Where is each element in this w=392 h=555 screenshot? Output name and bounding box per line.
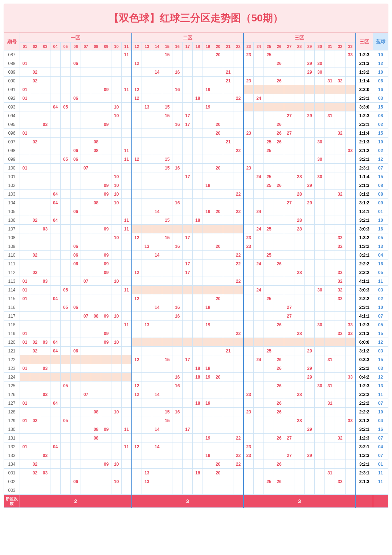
cell — [50, 425, 61, 434]
cell — [284, 225, 294, 233]
cell — [20, 216, 30, 225]
red-ball: 32 — [335, 434, 345, 442]
cell — [284, 138, 294, 146]
cell — [345, 286, 356, 294]
cell — [315, 225, 325, 233]
cell — [132, 172, 142, 181]
cell — [162, 469, 172, 477]
red-ball: 10 — [111, 233, 122, 242]
ratio-cell: 1:2:3 — [356, 111, 373, 120]
cell — [223, 129, 233, 138]
cell — [122, 260, 132, 268]
cell — [254, 329, 264, 338]
red-ball: 26 — [274, 260, 284, 268]
red-ball: 25 — [264, 225, 274, 233]
table-row: 1000107151620232:3:107 — [4, 164, 388, 172]
cell — [193, 103, 203, 111]
cell — [81, 146, 91, 155]
red-ball: 17 — [183, 268, 193, 277]
cell — [71, 294, 81, 303]
cell — [162, 277, 172, 286]
cell — [335, 172, 345, 181]
cell — [254, 390, 264, 399]
cell — [40, 94, 50, 103]
cell — [132, 434, 142, 442]
cell — [61, 199, 71, 207]
cell — [193, 129, 203, 138]
cell — [345, 460, 356, 469]
ratio-cell: 3:1:2 — [356, 146, 373, 155]
cell — [142, 225, 152, 233]
cell — [152, 321, 162, 329]
cell — [305, 77, 315, 85]
cell — [50, 207, 61, 216]
red-ball: 07 — [81, 390, 91, 399]
cell — [254, 242, 264, 251]
cell — [335, 199, 345, 207]
cell — [111, 416, 122, 425]
cell — [315, 94, 325, 103]
cell — [223, 434, 233, 442]
cell — [61, 225, 71, 233]
cell — [71, 329, 81, 338]
cell — [152, 129, 162, 138]
cell — [152, 120, 162, 129]
cell — [61, 251, 71, 260]
blue-cell: 16 — [373, 260, 388, 268]
cell — [61, 94, 71, 103]
cell — [172, 190, 183, 199]
cell — [345, 59, 356, 68]
cell — [254, 373, 264, 381]
cell — [203, 416, 213, 425]
cell — [61, 312, 71, 321]
cell — [203, 329, 213, 338]
blue-cell: 05 — [373, 233, 388, 242]
cell — [111, 85, 122, 94]
cell — [213, 477, 223, 486]
period-cell: 110 — [4, 251, 20, 260]
cell — [71, 50, 81, 59]
table-row: 0920106121822242:3:103 — [4, 94, 388, 103]
cell — [305, 260, 315, 268]
cell — [254, 164, 264, 172]
cell — [152, 77, 162, 85]
ratio-cell: 3:2:1 — [356, 155, 373, 164]
cell — [142, 199, 152, 207]
cell — [203, 442, 213, 451]
red-ball: 19 — [203, 399, 213, 408]
red-ball: 26 — [274, 399, 284, 408]
cell — [183, 164, 193, 172]
col-08: 08 — [91, 42, 101, 50]
ratio-cell: 0:4:2 — [356, 373, 373, 381]
cell — [81, 172, 91, 181]
cell — [81, 181, 91, 190]
cell — [111, 294, 122, 303]
cell — [142, 77, 152, 85]
cell — [50, 181, 61, 190]
cell — [335, 469, 345, 477]
zone1-header: 一区 — [20, 33, 132, 42]
cell — [20, 190, 30, 199]
cell — [244, 85, 254, 94]
cell — [50, 329, 61, 338]
cell — [122, 251, 132, 260]
cell — [254, 469, 264, 477]
cell — [61, 425, 71, 434]
table-row: 1330319222327291:2:307 — [4, 451, 388, 460]
ratio-cell: 2:2:2 — [356, 268, 373, 277]
cell — [172, 347, 183, 355]
cell — [325, 338, 335, 347]
col-04: 04 — [50, 42, 61, 50]
cell — [315, 477, 325, 486]
cell — [183, 77, 193, 85]
cell — [325, 242, 335, 251]
cell — [305, 216, 315, 225]
cell — [142, 190, 152, 199]
cell — [61, 399, 71, 408]
cell — [111, 486, 122, 495]
cell — [193, 155, 203, 164]
cell — [20, 242, 30, 251]
cell — [91, 303, 101, 312]
cell — [71, 355, 81, 364]
cell — [122, 477, 132, 486]
